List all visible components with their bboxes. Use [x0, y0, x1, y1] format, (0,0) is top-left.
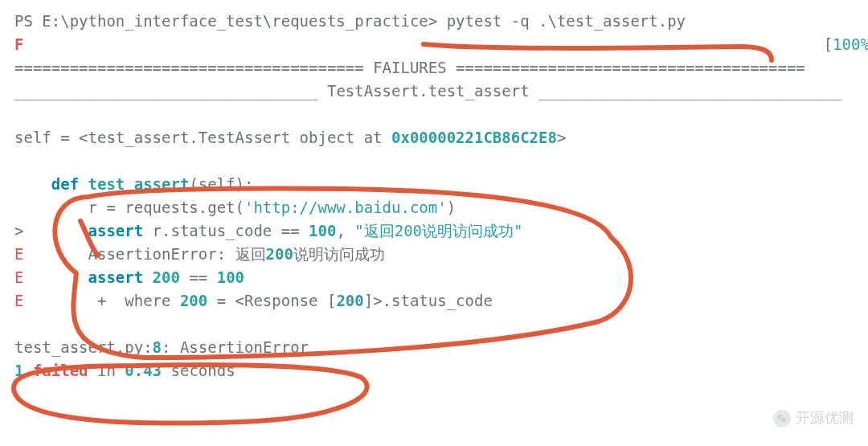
- url-string: 'http://www.baidu.com': [244, 198, 447, 216]
- expected-num: 100: [309, 222, 336, 239]
- test-divider-right: _________________________________: [530, 82, 842, 100]
- duration: 0.43: [125, 362, 162, 379]
- failures-label: FAILURES: [373, 59, 447, 76]
- test-name: TestAssert.test_assert: [327, 82, 530, 100]
- error-location-pre: test_assert.py:: [14, 338, 153, 356]
- assert-message: "返回200说明访问成功": [354, 222, 522, 239]
- pct-bracket-open: [: [824, 35, 833, 53]
- fail-marker: F: [14, 35, 23, 53]
- terminal-output: PS E:\python_interface_test\requests_pra…: [0, 0, 868, 392]
- seconds-word: seconds: [162, 362, 235, 379]
- blank-line: [14, 105, 23, 123]
- assert-keyword: assert: [88, 222, 144, 239]
- command-text: pytest -q .\test_assert.py: [447, 12, 686, 30]
- watermark-text: 开源优测: [796, 407, 854, 430]
- failures-divider-left: ======================================: [14, 59, 373, 76]
- self-repr-pre: self = <test_assert.TestAssert object at: [14, 129, 391, 146]
- error-marker: E: [14, 245, 88, 263]
- blank-line: [14, 315, 23, 333]
- fn-params: (self):: [189, 175, 253, 193]
- function-name: test_assert: [88, 175, 190, 193]
- watermark: 开源优测: [773, 407, 854, 430]
- fail-count: 1: [14, 362, 23, 379]
- progress-percent: 100%: [833, 35, 868, 53]
- assertion-error-pre: AssertionError: 返回: [88, 245, 266, 263]
- object-address: 0x00000221CB86C2E8: [391, 129, 557, 146]
- test-divider-left: _________________________________: [14, 82, 327, 100]
- ps-prompt: PS E:\python_interface_test\requests_pra…: [14, 12, 447, 30]
- failures-divider-right: ======================================: [447, 59, 805, 76]
- error-line-number: 8: [153, 338, 162, 356]
- blank-line: [14, 152, 23, 170]
- requests-call: r = requests.get(: [88, 198, 244, 216]
- def-keyword: def: [51, 175, 79, 193]
- wechat-icon: [773, 410, 791, 428]
- fail-pointer: >: [14, 222, 88, 239]
- error-location-post: : AssertionError: [162, 338, 309, 356]
- assert-keyword: assert: [88, 268, 144, 286]
- where-clause: + where: [97, 292, 180, 309]
- self-repr-post: >: [557, 129, 566, 146]
- error-marker: E: [14, 268, 88, 286]
- failed-word: failed: [23, 362, 88, 379]
- error-marker: E: [14, 292, 97, 309]
